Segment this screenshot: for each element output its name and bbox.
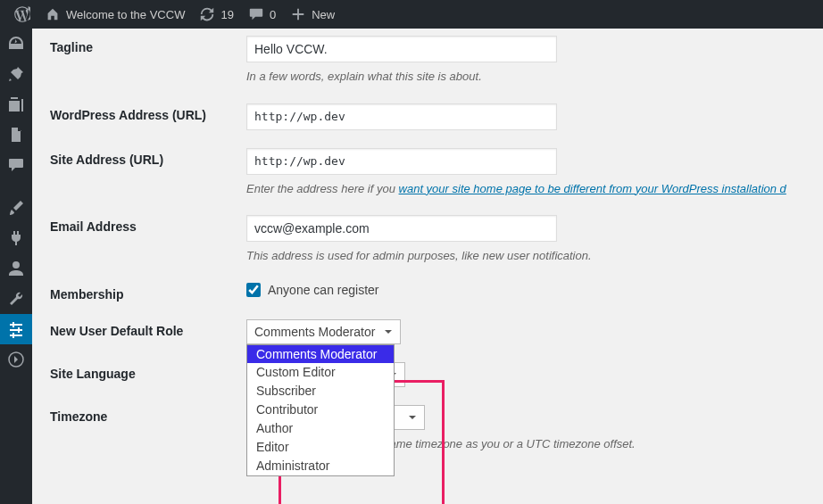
role-option[interactable]: Author [247,419,394,438]
sidebar-item-dashboard[interactable] [0,29,32,59]
site-title: Welcome to the VCCW [66,8,185,21]
row-timezone: Timezone Choose either a city in the sam… [50,387,823,453]
dashboard-icon [7,35,25,53]
membership-checkbox[interactable] [246,283,261,297]
role-option[interactable]: Administrator [247,457,394,475]
row-email: Email Address This address is used for a… [50,197,823,265]
email-input[interactable] [246,215,557,242]
sidebar-item-plugins[interactable] [0,223,32,253]
media-icon [7,95,25,113]
site-link[interactable]: Welcome to the VCCW [37,0,192,29]
row-site-language: Site Language [50,344,823,387]
comments-link[interactable]: 0 [241,0,283,29]
wordpress-icon [14,6,30,22]
wrench-icon [7,290,25,308]
admin-bar: Welcome to the VCCW 19 0 New [0,0,823,29]
home-icon [45,6,61,22]
sidebar-item-users[interactable] [0,253,32,284]
row-site-url: Site Address (URL) Enter the address her… [50,130,823,198]
row-membership: Membership Anyone can register [50,265,823,302]
site-url-description: Enter the address here if you want your … [246,180,823,198]
role-option[interactable]: Comments Moderator [247,345,394,364]
sliders-icon [7,320,25,338]
tagline-description: In a few words, explain what this site i… [246,68,823,86]
site-url-label: Site Address (URL) [50,148,246,167]
pin-icon [7,65,25,83]
comments-icon [248,6,264,22]
updates-icon [199,6,215,22]
default-role-select[interactable]: Comments Moderator [246,319,401,344]
default-role-options: Comments ModeratorCustom EditorSubscribe… [246,344,395,476]
sidebar-item-tools[interactable] [0,284,32,314]
site-url-help-link[interactable]: want your site home page to be different… [399,182,786,195]
sidebar-item-posts[interactable] [0,59,32,89]
plus-icon [290,6,306,22]
timezone-label: Timezone [50,405,246,424]
membership-checkbox-label[interactable]: Anyone can register [268,283,379,297]
email-description: This address is used for admin purposes,… [246,247,823,265]
user-icon [7,260,25,277]
updates-link[interactable]: 19 [192,0,240,29]
wp-url-label: WordPress Address (URL) [50,103,246,122]
tagline-label: Tagline [50,36,246,54]
row-wp-url: WordPress Address (URL) [50,86,823,130]
comment-icon [7,156,25,174]
sidebar-item-collapse[interactable] [0,344,32,375]
role-option[interactable]: Contributor [247,401,394,419]
sidebar-item-comments[interactable] [0,150,32,180]
row-default-role: New User Default Role Comments Moderator… [50,302,823,344]
comments-count: 0 [270,8,276,21]
row-tagline: Tagline In a few words, explain what thi… [50,29,823,86]
sidebar-item-media[interactable] [0,89,32,120]
role-option[interactable]: Custom Editor [247,363,394,382]
email-label: Email Address [50,215,246,234]
sidebar-item-appearance[interactable] [0,193,32,223]
wp-logo[interactable] [7,0,37,29]
updates-count: 19 [220,8,233,21]
settings-general-page: Tagline In a few words, explain what thi… [32,29,823,504]
pages-icon [7,126,25,144]
default-role-label: New User Default Role [50,319,246,338]
membership-label: Membership [50,283,246,302]
role-option[interactable]: Subscriber [247,382,394,401]
plug-icon [7,229,25,247]
wp-url-input[interactable] [246,103,557,130]
tagline-input[interactable] [246,36,557,62]
brush-icon [7,199,25,217]
site-language-label: Site Language [50,362,246,381]
new-label: New [312,8,335,21]
new-link[interactable]: New [283,0,342,29]
role-option[interactable]: Editor [247,438,394,457]
collapse-icon [7,351,25,368]
site-url-input[interactable] [246,148,557,175]
admin-sidebar [0,29,32,504]
sidebar-item-settings[interactable] [0,314,32,344]
sidebar-item-pages[interactable] [0,120,32,150]
